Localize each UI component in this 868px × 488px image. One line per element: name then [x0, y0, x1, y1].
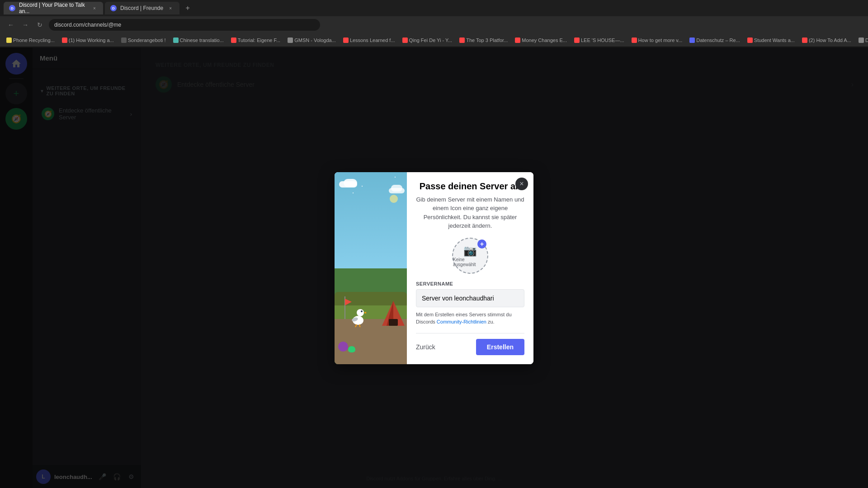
tab-close-1[interactable]: ×	[91, 5, 98, 12]
avatar-label: Keine ausgewählt	[453, 257, 487, 267]
bookmark-favicon-13	[689, 38, 695, 43]
bookmark-9[interactable]: The Top 3 Platfor...	[457, 37, 510, 44]
terms-text: Mit dem Erstellen eines Servers stimmst …	[416, 311, 524, 326]
bookmark-label-16: Download - Cooki...	[865, 38, 868, 43]
modal-backdrop: ×	[0, 47, 868, 488]
bookmark-13[interactable]: Datenschutz – Re...	[687, 37, 743, 44]
svg-marker-7	[363, 312, 366, 314]
svg-rect-2	[389, 319, 398, 326]
discord-app: + 🧭 Menü ▼ WEITERE ORTE, UM FREUNDE ZU F…	[0, 47, 868, 488]
bookmark-7[interactable]: Lessons Learned f...	[340, 37, 398, 44]
tab-discord-2[interactable]: D Discord | Freunde ×	[105, 2, 179, 14]
tab-label-2: Discord | Freunde	[120, 5, 163, 11]
bookmark-2[interactable]: (1) How Working a...	[59, 37, 117, 44]
svg-line-10	[355, 324, 357, 327]
tab-label-1: Discord | Your Place to Talk an...	[19, 2, 88, 14]
modal-description: Gib deinem Server mit einem Namen und ei…	[416, 195, 524, 230]
bookmark-favicon-5	[231, 38, 236, 43]
bookmark-5[interactable]: Tutorial: Eigene F...	[228, 37, 283, 44]
bookmark-4[interactable]: Chinese translatio...	[170, 37, 226, 44]
svg-point-8	[361, 310, 363, 312]
avatar-upload-section: + 📷 Keine ausgewählt	[416, 238, 524, 274]
bookmark-favicon-16	[859, 38, 864, 43]
bookmark-label-11: LEE 'S HOUSE—...	[581, 38, 624, 43]
bookmark-favicon-11	[574, 38, 580, 43]
bookmark-label-8: Qing Fei De Yi - Y...	[409, 38, 453, 43]
bookmark-label-15: (2) How To Add A...	[809, 38, 851, 43]
reload-button[interactable]: ↻	[34, 19, 45, 30]
bookmark-11[interactable]: LEE 'S HOUSE—...	[571, 37, 627, 44]
bookmark-8[interactable]: Qing Fei De Yi - Y...	[400, 37, 455, 44]
bookmarks-bar: Phone Recycling... (1) How Working a... …	[0, 33, 868, 47]
server-customize-modal: Passe deinen Server an Gib deinem Server…	[335, 172, 533, 364]
add-tab-button[interactable]: +	[181, 2, 194, 14]
modal-content: Passe deinen Server an Gib deinem Server…	[407, 172, 533, 364]
url-text: discord.com/channels/@me	[54, 22, 121, 28]
bookmark-favicon-2	[62, 38, 67, 43]
modal-illustration	[335, 172, 407, 364]
bookmark-favicon-7	[343, 38, 349, 43]
svg-line-11	[359, 324, 360, 327]
camera-icon: 📷	[463, 244, 477, 257]
bookmark-12[interactable]: How to get more v...	[629, 37, 685, 44]
bookmark-label-5: Tutorial: Eigene F...	[238, 38, 280, 43]
bookmark-6[interactable]: GMSN - Vologda...	[285, 37, 339, 44]
avatar-plus-icon: +	[477, 239, 486, 249]
bookmark-label-14: Student Wants a...	[754, 38, 795, 43]
tab-favicon-2: D	[110, 5, 117, 11]
svg-point-6	[357, 309, 364, 316]
bookmark-label-2: (1) How Working a...	[69, 38, 114, 43]
bookmark-label-12: How to get more v...	[638, 38, 683, 43]
bookmark-favicon-15	[802, 38, 807, 43]
bookmark-favicon-14	[747, 38, 753, 43]
modal-close-button[interactable]: ×	[515, 178, 528, 190]
bookmark-favicon-3	[121, 38, 127, 43]
bookmark-16[interactable]: Download - Cooki...	[856, 37, 868, 44]
tab-close-2[interactable]: ×	[167, 5, 174, 12]
bookmark-label-10: Money Changes E...	[522, 38, 567, 43]
bookmark-favicon-10	[515, 38, 520, 43]
bookmark-label-9: The Top 3 Platfor...	[466, 38, 508, 43]
tab-discord-active[interactable]: D Discord | Your Place to Talk an... ×	[4, 2, 103, 14]
tab-bar: D Discord | Your Place to Talk an... × D…	[0, 0, 868, 16]
bookmark-favicon-9	[459, 38, 465, 43]
browser-chrome: D Discord | Your Place to Talk an... × D…	[0, 0, 868, 47]
bookmark-label-4: Chinese translatio...	[180, 38, 224, 43]
bookmark-15[interactable]: (2) How To Add A...	[799, 37, 854, 44]
bookmark-label-7: Lessons Learned f...	[350, 38, 395, 43]
address-bar: ← → ↻ discord.com/channels/@me	[0, 16, 868, 33]
bookmark-favicon-4	[173, 38, 179, 43]
forward-button[interactable]: →	[20, 19, 31, 30]
server-name-input[interactable]	[416, 289, 524, 307]
bookmark-favicon-1	[6, 38, 12, 43]
modal-footer: Zurück Erstellen	[416, 333, 524, 355]
tab-favicon-1: D	[9, 5, 15, 11]
modal-title: Passe deinen Server an	[416, 181, 524, 192]
bookmark-10[interactable]: Money Changes E...	[512, 37, 570, 44]
server-name-label: SERVERNAME	[416, 281, 524, 286]
modal-wrapper: ×	[335, 172, 533, 364]
bookmark-1[interactable]: Phone Recycling...	[4, 37, 57, 44]
bookmark-14[interactable]: Student Wants a...	[745, 37, 797, 44]
bookmark-3[interactable]: Sonderangeboti !	[118, 37, 169, 44]
back-button[interactable]: ←	[5, 19, 16, 30]
bookmark-favicon-12	[632, 38, 637, 43]
avatar-upload-button[interactable]: + 📷 Keine ausgewählt	[452, 238, 488, 274]
bookmark-label-13: Datenschutz – Re...	[696, 38, 740, 43]
bookmark-label-1: Phone Recycling...	[13, 38, 55, 43]
create-button[interactable]: Erstellen	[476, 339, 524, 355]
bookmark-favicon-8	[402, 38, 408, 43]
url-bar[interactable]: discord.com/channels/@me	[49, 19, 320, 31]
bookmark-label-3: Sonderangeboti !	[128, 38, 166, 43]
bookmark-favicon-6	[288, 38, 293, 43]
community-guidelines-link[interactable]: Community-Richtlinien	[437, 319, 486, 324]
back-button[interactable]: Zurück	[416, 342, 435, 352]
bookmark-label-6: GMSN - Vologda...	[294, 38, 336, 43]
